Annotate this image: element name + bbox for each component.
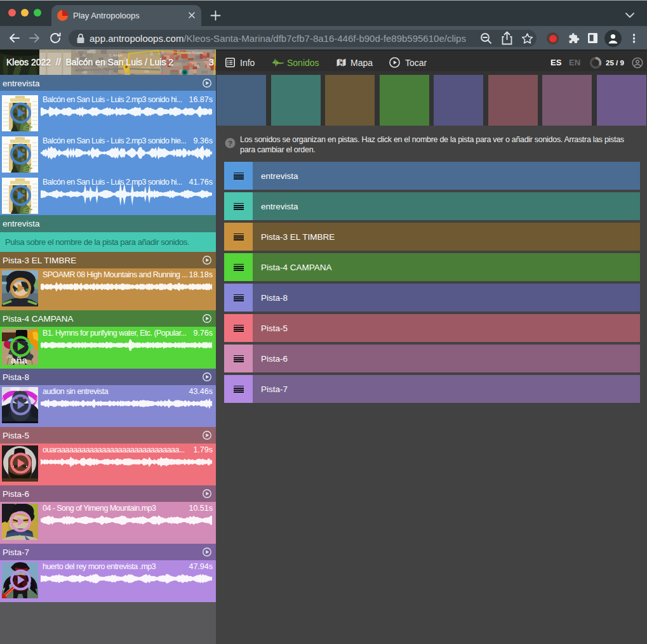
svg-text:aña: aña: [11, 355, 28, 365]
svg-text:?: ?: [228, 140, 232, 147]
